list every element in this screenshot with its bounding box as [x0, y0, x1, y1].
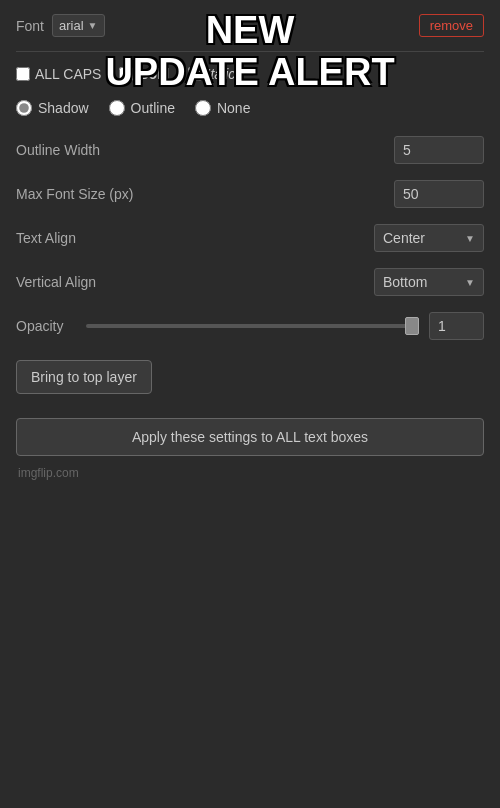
max-font-size-input[interactable]: [394, 180, 484, 208]
shadow-radio[interactable]: [16, 100, 32, 116]
opacity-row: Opacity: [16, 312, 484, 340]
italic-label: Italic: [207, 66, 236, 82]
remove-button[interactable]: remove: [419, 14, 484, 37]
bring-top-layer-container: Bring to top layer: [16, 360, 484, 406]
shadow-options-row: Shadow Outline None: [16, 100, 484, 116]
vertical-align-label: Vertical Align: [16, 274, 374, 290]
apply-all-button[interactable]: Apply these settings to ALL text boxes: [16, 418, 484, 456]
bold-label: Bold: [138, 66, 169, 82]
opacity-input[interactable]: [429, 312, 484, 340]
opacity-label: Opacity: [16, 318, 76, 334]
none-radio-item[interactable]: None: [195, 100, 250, 116]
vertical-align-chevron-icon: ▼: [465, 277, 475, 288]
divider-1: [16, 51, 484, 52]
font-select[interactable]: arial ▼: [52, 14, 104, 37]
font-row: Font arial ▼ remove: [16, 14, 484, 37]
opacity-thumb[interactable]: [405, 317, 419, 335]
none-label: None: [217, 100, 250, 116]
outline-width-row: Outline Width: [16, 136, 484, 164]
font-chevron-icon: ▼: [88, 20, 98, 31]
outline-radio[interactable]: [109, 100, 125, 116]
bold-checkbox[interactable]: [119, 67, 133, 81]
imgflip-watermark: imgflip.com: [16, 466, 484, 480]
outline-label: Outline: [131, 100, 175, 116]
font-value: arial: [59, 18, 84, 33]
text-align-dropdown[interactable]: Center ▼: [374, 224, 484, 252]
vertical-align-row: Vertical Align Bottom ▼: [16, 268, 484, 296]
text-align-chevron-icon: ▼: [465, 233, 475, 244]
bring-to-top-layer-button[interactable]: Bring to top layer: [16, 360, 152, 394]
vertical-align-dropdown[interactable]: Bottom ▼: [374, 268, 484, 296]
opacity-slider[interactable]: [86, 324, 419, 328]
checkboxes-row: ALL CAPS Bold Italic: [16, 66, 484, 82]
italic-checkbox[interactable]: [188, 67, 202, 81]
text-align-label: Text Align: [16, 230, 374, 246]
text-align-value: Center: [383, 230, 425, 246]
shadow-label: Shadow: [38, 100, 89, 116]
shadow-radio-item[interactable]: Shadow: [16, 100, 89, 116]
outline-radio-item[interactable]: Outline: [109, 100, 175, 116]
outline-width-input[interactable]: [394, 136, 484, 164]
bold-checkbox-item[interactable]: Bold: [119, 66, 169, 82]
outline-width-label: Outline Width: [16, 142, 394, 158]
italic-checkbox-item[interactable]: Italic: [188, 66, 236, 82]
max-font-size-row: Max Font Size (px): [16, 180, 484, 208]
none-radio[interactable]: [195, 100, 211, 116]
all-caps-checkbox[interactable]: [16, 67, 30, 81]
all-caps-label: ALL CAPS: [35, 66, 101, 82]
max-font-size-label: Max Font Size (px): [16, 186, 394, 202]
all-caps-checkbox-item[interactable]: ALL CAPS: [16, 66, 101, 82]
text-align-row: Text Align Center ▼: [16, 224, 484, 252]
vertical-align-value: Bottom: [383, 274, 427, 290]
font-label: Font: [16, 18, 44, 34]
